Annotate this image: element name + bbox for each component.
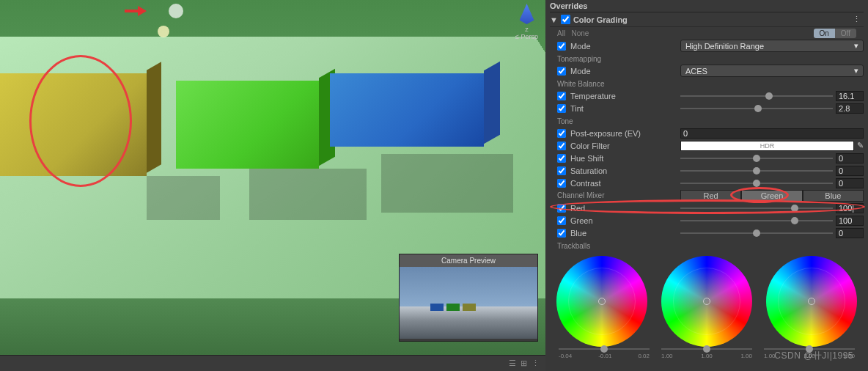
cm-blue-label: Blue — [570, 229, 680, 238]
trackball-center-icon — [808, 298, 815, 305]
hdr-badge: HDR — [760, 142, 775, 150]
contrast-slider[interactable] — [680, 183, 833, 184]
toolbar-icon[interactable]: ☰ — [509, 359, 516, 368]
hue-shift-label: Hue Shift — [570, 154, 680, 163]
cm-blue-override-checkbox[interactable] — [557, 229, 566, 238]
tick-label: 1.00 — [764, 353, 776, 359]
post-exposure-override-checkbox[interactable] — [557, 129, 566, 138]
cm-green-label: Green — [570, 216, 680, 225]
tick-label: 1.00 — [701, 353, 713, 359]
contrast-override-checkbox[interactable] — [557, 179, 566, 188]
cube-blue[interactable] — [330, 73, 484, 147]
hue-shift-value-field[interactable]: 0 — [836, 153, 864, 164]
cm-red-override-checkbox[interactable] — [557, 204, 566, 213]
channel-mixer-heading: Channel Mixer — [557, 191, 680, 199]
saturation-override-checkbox[interactable] — [557, 166, 566, 175]
color-filter-swatch[interactable]: HDR — [680, 141, 854, 151]
cm-red-slider[interactable] — [680, 207, 833, 209]
on-toggle[interactable]: On — [814, 29, 835, 38]
saturation-row: Saturation 0 — [550, 164, 864, 177]
lift-trackball[interactable] — [556, 256, 647, 347]
gamma-mini-slider[interactable] — [661, 348, 752, 350]
eyedropper-icon[interactable]: ✎ — [857, 141, 864, 150]
scene-view[interactable]: z ≤ Persp Camera Preview ☰ ⊞ ⋮ — [0, 0, 545, 371]
cm-green-value-field[interactable]: 100 — [836, 216, 864, 226]
color-filter-row: Color Filter HDR ✎ — [550, 139, 864, 152]
mode-override-checkbox[interactable] — [557, 42, 566, 51]
temperature-row: Temperature 16.1 — [550, 89, 864, 102]
toolbar-icon[interactable]: ⋮ — [532, 359, 540, 368]
tint-slider[interactable] — [680, 108, 833, 109]
temperature-value-field[interactable]: 16.1 — [836, 91, 864, 101]
cm-green-override-checkbox[interactable] — [557, 216, 566, 225]
saturation-value-field[interactable]: 0 — [836, 166, 864, 176]
contrast-label: Contrast — [570, 179, 680, 188]
white-balance-heading: White Balance — [550, 77, 864, 89]
tint-label: Tint — [570, 104, 680, 113]
tick-label: 0.02 — [638, 353, 650, 359]
tick-label: 1.00 — [661, 353, 673, 359]
toolbar-icon[interactable]: ⊞ — [521, 359, 527, 368]
temperature-slider[interactable] — [680, 95, 833, 97]
cm-blue-slider[interactable] — [680, 232, 833, 234]
channel-tab-blue[interactable]: Blue — [803, 190, 864, 202]
temperature-label: Temperature — [570, 92, 680, 100]
tone-heading: Tone — [550, 114, 864, 127]
trackballs-heading: Trackballs — [550, 239, 864, 251]
color-grading-section-header[interactable]: ▼ Color Grading ⋮ — [550, 12, 864, 27]
gamma-trackball[interactable] — [661, 256, 752, 347]
lift-slider-group: -0.04-0.010.02 — [559, 348, 650, 359]
chevron-down-icon: ▾ — [854, 41, 858, 51]
post-exposure-value-field[interactable]: 0 — [680, 128, 864, 139]
camera-preview-content — [400, 267, 537, 339]
tonemapping-heading: Tonemapping — [550, 52, 864, 65]
tonemap-mode-override-checkbox[interactable] — [557, 67, 566, 76]
tick-label: -0.04 — [559, 353, 572, 359]
camera-preview-title: Camera Preview — [400, 254, 537, 267]
mode-row: Mode High Definition Range▾ — [550, 40, 864, 52]
cube-green[interactable] — [176, 81, 319, 169]
persp-label[interactable]: ≤ Persp — [515, 33, 538, 40]
hue-shift-row: Hue Shift 0 — [550, 152, 864, 164]
tick-label: -0.01 — [598, 353, 611, 359]
color-filter-override-checkbox[interactable] — [557, 142, 566, 150]
hue-shift-slider[interactable] — [680, 158, 833, 159]
off-toggle[interactable]: Off — [835, 29, 856, 38]
scene-bottom-bar: ☰ ⊞ ⋮ — [0, 355, 545, 371]
contrast-value-field[interactable]: 0 — [836, 178, 864, 188]
chevron-down-icon: ▾ — [854, 66, 858, 76]
lift-mini-slider[interactable] — [559, 348, 650, 350]
cm-blue-value-field[interactable]: 0 — [836, 228, 864, 238]
tint-value-field[interactable]: 2.8 — [836, 103, 864, 114]
cm-green-slider[interactable] — [680, 220, 833, 221]
inspector-panel: Overrides ▼ Color Grading ⋮ All None On … — [545, 0, 868, 371]
orientation-gizmo[interactable]: z ≤ Persp — [515, 4, 538, 40]
channel-tab-green[interactable]: Green — [741, 190, 802, 202]
hue-shift-override-checkbox[interactable] — [557, 154, 566, 163]
light-gizmo-icon[interactable] — [169, 4, 183, 18]
temperature-override-checkbox[interactable] — [557, 92, 566, 100]
tint-override-checkbox[interactable] — [557, 104, 566, 113]
contrast-row: Contrast 0 — [550, 177, 864, 189]
cm-red-value-field[interactable]: 100| — [836, 203, 864, 213]
trackballs-row — [550, 251, 864, 348]
preview-cube — [463, 304, 476, 311]
shadow — [147, 176, 220, 220]
foldout-icon[interactable]: ▼ — [550, 15, 558, 24]
all-button[interactable]: All — [557, 29, 565, 37]
channel-tab-red[interactable]: Red — [680, 190, 741, 202]
saturation-slider[interactable] — [680, 170, 833, 172]
section-menu-icon[interactable]: ⋮ — [850, 15, 864, 24]
annotation-ellipse — [29, 55, 132, 187]
mode-dropdown[interactable]: High Definition Range▾ — [680, 40, 864, 52]
tonemap-mode-dropdown[interactable]: ACES▾ — [680, 65, 864, 77]
overrides-header: Overrides — [550, 0, 864, 12]
none-button[interactable]: None — [571, 29, 589, 37]
color-grading-enable-checkbox[interactable] — [561, 15, 570, 24]
sun-gizmo-icon[interactable] — [158, 26, 169, 37]
all-none-row: All None On Off — [550, 27, 864, 40]
z-axis-cone-icon[interactable] — [520, 4, 534, 24]
gain-trackball[interactable] — [766, 256, 857, 347]
mode-label: Mode — [570, 42, 680, 51]
shadow — [381, 154, 513, 213]
